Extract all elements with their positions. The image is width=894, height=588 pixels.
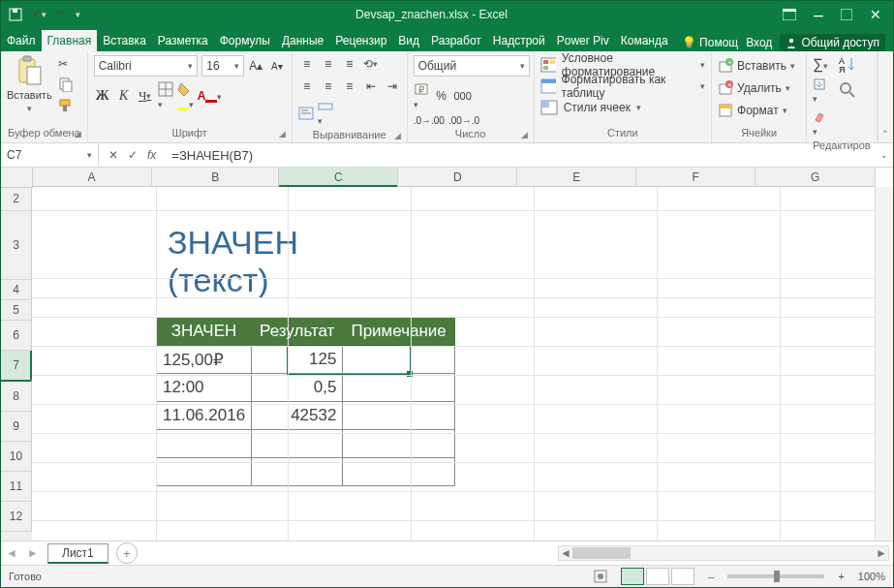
column-header[interactable]: F bbox=[636, 168, 755, 187]
font-color-icon[interactable]: A▾ bbox=[198, 89, 223, 103]
horizontal-scrollbar[interactable]: ◄ ► bbox=[558, 545, 889, 561]
page-layout-view-button[interactable] bbox=[646, 568, 669, 585]
merge-icon[interactable]: ▾ bbox=[318, 100, 333, 127]
tab-powerpivot[interactable]: Power Piv bbox=[551, 30, 615, 51]
fill-color-icon[interactable]: ▾ bbox=[177, 81, 194, 110]
undo-icon[interactable]: ↶▾ bbox=[32, 8, 46, 21]
decrease-font-icon[interactable]: A▾ bbox=[268, 57, 286, 75]
accounting-format-icon[interactable]: ₽▾ bbox=[414, 81, 429, 110]
macro-record-icon[interactable] bbox=[594, 570, 607, 583]
row-header[interactable]: 10 bbox=[1, 442, 32, 472]
row-header[interactable]: 7 bbox=[1, 351, 32, 382]
decrease-indent-icon[interactable]: ⇤ bbox=[362, 77, 380, 95]
cut-icon[interactable]: ✂ bbox=[58, 57, 74, 71]
dialog-launcher-icon[interactable]: ◢ bbox=[521, 130, 528, 139]
worksheet-grid[interactable]: ABCDEFG 23456789101112 ЗНАЧЕН (текст) ЗН… bbox=[1, 168, 893, 541]
find-select-icon[interactable] bbox=[838, 80, 857, 100]
tab-data[interactable]: Данные bbox=[276, 30, 329, 51]
table-cell[interactable] bbox=[343, 374, 454, 402]
collapse-ribbon-icon[interactable]: ⌃ bbox=[881, 129, 889, 139]
font-size-select[interactable]: 16▾ bbox=[201, 55, 243, 77]
formula-bar[interactable]: =ЗНАЧЕН(B7) bbox=[166, 148, 876, 163]
format-cells-button[interactable]: Формат▾ bbox=[718, 100, 795, 121]
table-cell[interactable] bbox=[343, 346, 454, 374]
table-cell[interactable] bbox=[343, 402, 454, 430]
clear-icon[interactable]: ▾ bbox=[813, 110, 828, 138]
paste-menu[interactable]: ▾ bbox=[27, 104, 32, 113]
close-icon[interactable]: ✕ bbox=[870, 7, 881, 22]
align-top-icon[interactable]: ≡ bbox=[298, 55, 316, 73]
increase-font-icon[interactable]: A▴ bbox=[248, 57, 265, 75]
sheet-nav-prev-icon[interactable]: ◄ bbox=[1, 546, 22, 560]
row-header[interactable]: 5 bbox=[1, 300, 32, 321]
row-header[interactable]: 9 bbox=[1, 412, 32, 442]
table-cell[interactable]: 42532 bbox=[252, 402, 343, 430]
italic-button[interactable]: К bbox=[115, 87, 133, 105]
sign-in[interactable]: Вход bbox=[746, 36, 772, 49]
column-header[interactable]: E bbox=[517, 168, 636, 187]
tab-review[interactable]: Рецензир bbox=[329, 30, 392, 51]
autosum-icon[interactable]: ∑▾ bbox=[813, 55, 828, 72]
number-format-select[interactable]: Общий▾ bbox=[414, 55, 530, 77]
tab-developer[interactable]: Разработ bbox=[425, 30, 487, 51]
name-box[interactable]: C7▾ bbox=[1, 143, 99, 167]
paste-button[interactable] bbox=[15, 55, 43, 86]
normal-view-button[interactable] bbox=[621, 568, 644, 585]
font-name-select[interactable]: Calibri▾ bbox=[94, 55, 199, 77]
minimize-icon[interactable]: – bbox=[814, 5, 823, 25]
align-right-icon[interactable]: ≡ bbox=[341, 77, 358, 95]
tab-insert[interactable]: Вставка bbox=[97, 30, 152, 51]
insert-cells-button[interactable]: +Вставить▾ bbox=[718, 55, 795, 77]
column-header[interactable]: D bbox=[398, 168, 517, 187]
zoom-out-button[interactable]: – bbox=[708, 571, 714, 582]
select-all-corner[interactable] bbox=[1, 168, 33, 188]
tab-view[interactable]: Вид bbox=[392, 30, 425, 51]
vertical-scrollbar[interactable] bbox=[875, 187, 893, 541]
table-cell[interactable]: 125 bbox=[252, 346, 343, 374]
fill-icon[interactable]: ▾ bbox=[813, 77, 828, 105]
underline-button[interactable]: Ч▾ bbox=[137, 87, 154, 105]
tab-team[interactable]: Команда bbox=[615, 30, 674, 51]
column-header[interactable]: C bbox=[279, 168, 398, 187]
zoom-slider[interactable] bbox=[727, 574, 824, 578]
page-break-view-button[interactable] bbox=[671, 568, 694, 585]
tab-home[interactable]: Главная bbox=[42, 30, 98, 51]
wrap-text-icon[interactable] bbox=[298, 107, 314, 120]
row-header[interactable]: 11 bbox=[1, 472, 32, 502]
conditional-formatting-button[interactable]: Условное форматирование▾ bbox=[540, 55, 705, 75]
expand-formula-bar-icon[interactable]: ⌄ bbox=[876, 150, 893, 160]
border-icon[interactable]: ▾ bbox=[158, 81, 173, 110]
row-header[interactable]: 6 bbox=[1, 321, 32, 351]
redo-icon[interactable]: ↷ bbox=[56, 8, 66, 21]
column-header[interactable]: B bbox=[152, 168, 280, 187]
row-header[interactable]: 2 bbox=[1, 187, 32, 211]
align-middle-icon[interactable]: ≡ bbox=[320, 55, 337, 73]
increase-indent-icon[interactable]: ⇥ bbox=[384, 77, 401, 95]
cell-styles-button[interactable]: Стили ячеек▾ bbox=[540, 98, 705, 117]
percent-icon[interactable]: % bbox=[433, 87, 450, 105]
increase-decimal-icon[interactable]: .0→.00 bbox=[414, 115, 445, 126]
row-header[interactable]: 12 bbox=[1, 502, 32, 532]
cancel-formula-icon[interactable]: ✕ bbox=[108, 148, 118, 162]
row-header[interactable]: 3 bbox=[1, 211, 32, 280]
share-button[interactable]: Общий доступ bbox=[780, 34, 885, 51]
table-cell[interactable]: 11.06.2016 bbox=[157, 402, 252, 430]
tell-me[interactable]: 💡 Помощ bbox=[682, 36, 738, 49]
comma-style-icon[interactable]: 000 bbox=[454, 87, 472, 105]
zoom-in-button[interactable]: + bbox=[838, 571, 844, 582]
sort-filter-icon[interactable]: AЯ bbox=[838, 55, 857, 75]
column-header[interactable]: G bbox=[755, 168, 876, 187]
delete-cells-button[interactable]: ×Удалить▾ bbox=[718, 77, 795, 99]
row-header[interactable]: 4 bbox=[1, 280, 32, 300]
zoom-level[interactable]: 100% bbox=[858, 571, 885, 582]
orientation-icon[interactable]: ⟲▾ bbox=[362, 55, 380, 73]
align-bottom-icon[interactable]: ≡ bbox=[341, 55, 358, 73]
table-cell[interactable]: 0,5 bbox=[252, 374, 343, 402]
enter-formula-icon[interactable]: ✓ bbox=[128, 148, 138, 162]
decrease-decimal-icon[interactable]: .00→.0 bbox=[448, 115, 479, 126]
maximize-icon[interactable] bbox=[841, 9, 852, 20]
save-icon[interactable] bbox=[9, 8, 22, 21]
bold-button[interactable]: Ж bbox=[94, 87, 111, 105]
align-center-icon[interactable]: ≡ bbox=[320, 77, 337, 95]
row-header[interactable]: 8 bbox=[1, 382, 32, 412]
